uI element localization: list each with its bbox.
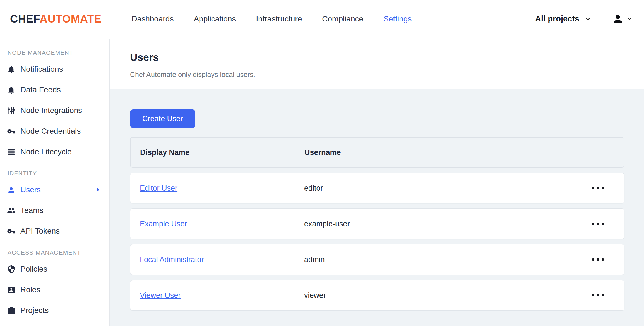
table-row: Viewer User viewer — [130, 280, 624, 311]
table-row: Example User example-user — [130, 208, 624, 239]
sidebar-item-label: Data Feeds — [20, 85, 101, 94]
sidebar-item-node-credentials[interactable]: Node Credentials — [0, 121, 109, 142]
username-cell: editor — [304, 184, 581, 193]
username-cell: viewer — [304, 291, 581, 300]
bell-icon — [7, 65, 16, 74]
row-menu-button[interactable] — [589, 220, 607, 228]
row-menu-button[interactable] — [589, 256, 607, 263]
sidebar-item-projects[interactable]: Projects — [0, 300, 109, 321]
main-area: Users Chef Automate only displays local … — [110, 39, 644, 326]
user-menu-button[interactable] — [612, 13, 632, 25]
user-display-name-link[interactable]: Viewer User — [140, 291, 181, 299]
nav-item-infrastructure[interactable]: Infrastructure — [256, 15, 302, 23]
table-row: Editor User editor — [130, 173, 624, 203]
bell-icon — [7, 86, 16, 94]
sidebar-item-teams[interactable]: Teams — [0, 200, 109, 221]
nav-right: All projects — [535, 13, 644, 25]
create-user-button[interactable]: Create User — [130, 109, 195, 128]
content-area: Create User Display Name Username Editor… — [110, 89, 644, 326]
chevron-down-icon — [584, 15, 592, 23]
page-header: Users Chef Automate only displays local … — [110, 39, 644, 89]
sidebar-item-label: Roles — [20, 285, 101, 294]
sidebar-section-identity: IDENTITY — [8, 170, 109, 177]
sidebar-item-node-lifecycle[interactable]: Node Lifecycle — [0, 142, 109, 162]
sidebar: NODE MANAGEMENT Notifications Data Feeds… — [0, 39, 110, 326]
shield-icon — [7, 265, 16, 274]
table-row: Local Administrator admin — [130, 244, 624, 275]
sidebar-item-policies[interactable]: Policies — [0, 259, 109, 279]
sidebar-section-node-management: NODE MANAGEMENT — [8, 49, 109, 56]
primary-nav: Dashboards Applications Infrastructure C… — [131, 15, 412, 23]
page-subtitle: Chef Automate only displays local users. — [130, 71, 624, 79]
user-display-name-link[interactable]: Editor User — [140, 184, 177, 192]
active-item-arrow-icon — [95, 187, 101, 193]
chevron-down-icon — [627, 16, 632, 22]
row-menu-button[interactable] — [589, 184, 607, 192]
nav-item-compliance[interactable]: Compliance — [322, 15, 363, 23]
row-menu-button[interactable] — [589, 291, 607, 299]
sidebar-item-users[interactable]: Users — [0, 179, 109, 200]
sidebar-item-label: Node Lifecycle — [20, 147, 101, 156]
key-icon — [7, 227, 16, 236]
sidebar-item-node-integrations[interactable]: Node Integrations — [0, 100, 109, 121]
page-title: Users — [130, 52, 624, 63]
people-icon — [7, 206, 16, 215]
column-header-display-name: Display Name — [140, 148, 304, 157]
person-icon — [7, 186, 16, 194]
app-logo[interactable]: CHEFAUTOMATE — [10, 13, 101, 25]
sidebar-item-label: Notifications — [20, 65, 101, 74]
sidebar-item-label: Teams — [20, 206, 101, 215]
username-cell: admin — [304, 255, 581, 264]
briefcase-icon — [7, 306, 16, 315]
project-filter-button[interactable]: All projects — [535, 14, 592, 23]
user-display-name-link[interactable]: Example User — [140, 220, 187, 228]
sidebar-item-data-feeds[interactable]: Data Feeds — [0, 80, 109, 100]
sliders-icon — [7, 106, 16, 115]
sidebar-section-access-management: ACCESS MANAGEMENT — [8, 249, 109, 256]
top-nav: CHEFAUTOMATE Dashboards Applications Inf… — [0, 0, 644, 38]
column-header-username: Username — [304, 148, 581, 157]
logo-automate: AUTOMATE — [40, 13, 101, 25]
nav-item-settings[interactable]: Settings — [383, 15, 412, 23]
nav-item-dashboards[interactable]: Dashboards — [131, 15, 174, 23]
badge-icon — [7, 286, 16, 294]
sidebar-item-label: API Tokens — [20, 227, 101, 236]
users-table: Display Name Username Editor User editor… — [130, 137, 624, 311]
username-cell: example-user — [304, 220, 581, 228]
sidebar-item-api-tokens[interactable]: API Tokens — [0, 221, 109, 241]
project-filter-label: All projects — [535, 14, 579, 23]
sidebar-item-roles[interactable]: Roles — [0, 279, 109, 300]
user-avatar-icon — [612, 13, 624, 25]
table-header-row: Display Name Username — [130, 137, 624, 168]
sidebar-item-notifications[interactable]: Notifications — [0, 59, 109, 80]
sidebar-item-label: Projects — [20, 306, 101, 315]
key-icon — [7, 127, 16, 136]
sidebar-item-label: Policies — [20, 265, 101, 274]
sidebar-item-label: Node Integrations — [20, 106, 101, 115]
sidebar-item-label: Node Credentials — [20, 127, 101, 136]
nav-item-applications[interactable]: Applications — [194, 15, 236, 23]
user-display-name-link[interactable]: Local Administrator — [140, 255, 204, 264]
logo-chef: CHEF — [10, 13, 40, 25]
list-icon — [7, 148, 16, 156]
sidebar-item-label: Users — [20, 185, 95, 194]
